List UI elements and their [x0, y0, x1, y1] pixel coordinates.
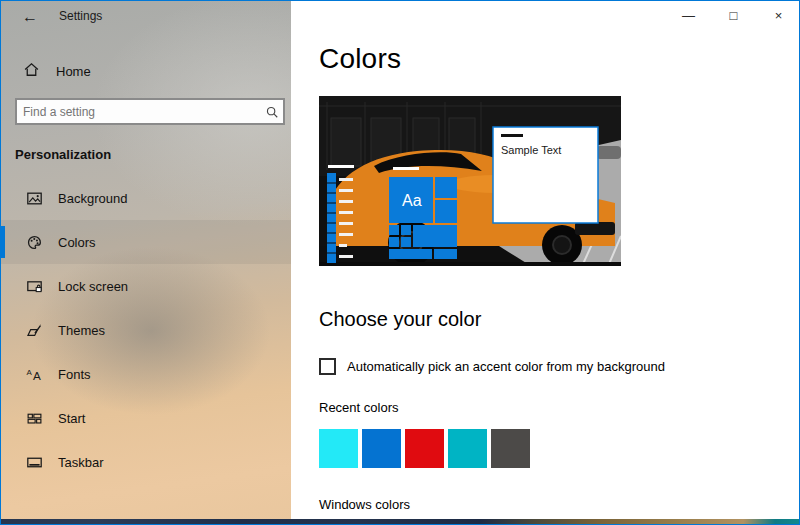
sidebar-item-themes[interactable]: Themes — [1, 308, 291, 352]
recent-color-swatch[interactable] — [491, 429, 530, 468]
lock-screen-icon — [25, 278, 43, 295]
svg-text:Aa: Aa — [402, 192, 422, 209]
themes-icon — [25, 322, 43, 339]
taskbar-icon — [25, 454, 43, 471]
svg-text:Sample Text: Sample Text — [501, 144, 561, 156]
sidebar-item-label: Colors — [58, 235, 96, 250]
desktop-edge-strip — [1, 519, 799, 524]
sidebar-item-label: Start — [58, 411, 85, 426]
minimize-button[interactable]: — — [666, 1, 711, 31]
recent-color-swatch[interactable] — [448, 429, 487, 468]
sidebar-item-colors[interactable]: Colors — [1, 220, 291, 264]
close-button[interactable]: × — [756, 1, 800, 31]
palette-icon — [25, 234, 43, 251]
window-title: Settings — [59, 9, 102, 23]
sidebar-item-label: Home — [56, 64, 91, 79]
color-preview: Aa Sample Text — [319, 96, 621, 266]
choose-color-heading: Choose your color — [319, 308, 481, 331]
sidebar-item-start[interactable]: Start — [1, 396, 291, 440]
search-input[interactable] — [17, 105, 261, 119]
home-icon — [23, 61, 40, 82]
sidebar-item-label: Fonts — [58, 367, 91, 382]
auto-accent-checkbox[interactable] — [319, 358, 336, 375]
preview-sample-window: Sample Text — [493, 127, 598, 223]
recent-color-swatch[interactable] — [362, 429, 401, 468]
svg-text:A: A — [32, 369, 40, 382]
window-controls: — □ × — [666, 1, 800, 31]
sidebar-item-label: Taskbar — [58, 455, 104, 470]
recent-color-swatch[interactable] — [319, 429, 358, 468]
recent-color-swatch[interactable] — [405, 429, 444, 468]
sidebar-nav: Background Colors Lock screen Theme — [1, 176, 291, 484]
sidebar-item-label: Background — [58, 191, 127, 206]
main-content: — □ × Colors — [291, 1, 800, 524]
preview-image: Aa Sample Text — [319, 96, 621, 266]
sidebar-item-lock-screen[interactable]: Lock screen — [1, 264, 291, 308]
titlebar-left: ← Settings — [1, 1, 291, 33]
sidebar: ← Settings Home Personalization Backgrou… — [1, 1, 291, 524]
sidebar-item-home[interactable]: Home — [23, 59, 273, 83]
back-button[interactable]: ← — [15, 5, 45, 29]
section-header: Personalization — [15, 147, 111, 162]
sidebar-item-taskbar[interactable]: Taskbar — [1, 440, 291, 484]
recent-colors-row — [319, 429, 530, 468]
sidebar-item-label: Themes — [58, 323, 105, 338]
fonts-icon: AA — [25, 366, 43, 383]
maximize-button[interactable]: □ — [711, 1, 756, 31]
svg-text:A: A — [26, 368, 32, 377]
auto-accent-row: Automatically pick an accent color from … — [319, 358, 665, 375]
start-grid-icon — [25, 410, 43, 427]
search-icon[interactable] — [261, 105, 283, 119]
sidebar-item-fonts[interactable]: AA Fonts — [1, 352, 291, 396]
sidebar-item-label: Lock screen — [58, 279, 128, 294]
recent-colors-label: Recent colors — [319, 400, 398, 415]
selection-indicator — [1, 226, 5, 258]
search-box[interactable] — [15, 98, 285, 125]
settings-window: ← Settings Home Personalization Backgrou… — [0, 0, 800, 525]
sidebar-item-background[interactable]: Background — [1, 176, 291, 220]
auto-accent-label[interactable]: Automatically pick an accent color from … — [347, 359, 665, 374]
windows-colors-label: Windows colors — [319, 497, 410, 512]
image-icon — [25, 190, 43, 207]
page-title: Colors — [319, 43, 401, 75]
